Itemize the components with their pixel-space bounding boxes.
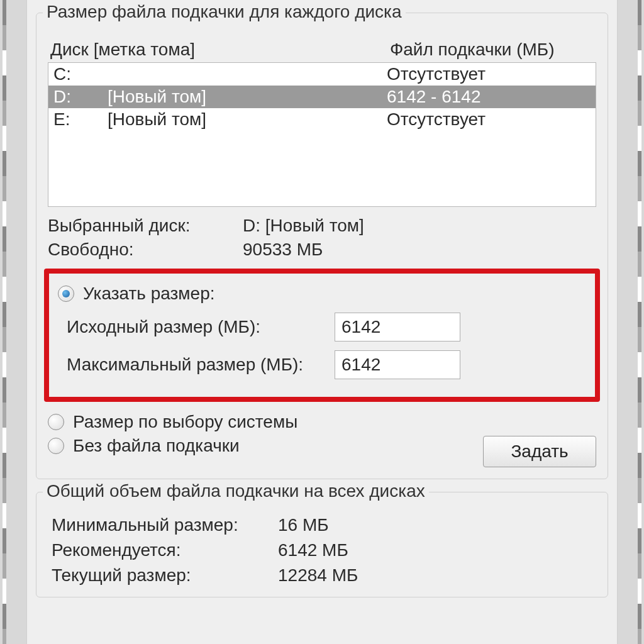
custom-size-highlight: Указать размер: Исходный размер (МБ): Ма…	[44, 269, 600, 402]
radio-icon	[58, 286, 74, 302]
radio-no-pagefile[interactable]: Без файла подкачки	[48, 436, 483, 456]
decorative-edge-left	[3, 0, 6, 644]
initial-size-label: Исходный размер (МБ):	[58, 317, 335, 337]
drive-label: [Новый том]	[108, 87, 387, 107]
max-size-row: Максимальный размер (МБ):	[58, 350, 586, 379]
radio-custom-size[interactable]: Указать размер:	[58, 284, 586, 304]
current-size-row: Текущий размер: 12284 МБ	[52, 565, 596, 586]
min-size-label: Минимальный размер:	[52, 515, 278, 535]
drive-list[interactable]: C: Отсутствует D: [Новый том] 6142 - 614…	[48, 62, 596, 207]
set-button[interactable]: Задать	[483, 436, 596, 467]
totals-group: Общий объем файла подкачки на всех диска…	[36, 492, 608, 597]
drive-list-headers: Диск [метка тома] Файл подкачки (МБ)	[50, 40, 594, 60]
drive-pagefile: Отсутствует	[387, 109, 591, 130]
recommended-size-value: 6142 МБ	[278, 540, 348, 560]
current-size-value: 12284 МБ	[278, 565, 358, 586]
radio-no-pagefile-label: Без файла подкачки	[73, 436, 240, 456]
drive-label: [Новый том]	[108, 109, 387, 130]
drive-letter: E:	[53, 109, 108, 130]
decorative-edge-right	[638, 0, 641, 644]
radio-custom-size-label: Указать размер:	[83, 284, 214, 304]
virtual-memory-panel: Размер файла подкачки для каждого диска …	[26, 0, 618, 644]
drive-pagefile: Отсутствует	[387, 64, 591, 84]
min-size-value: 16 МБ	[278, 515, 329, 535]
header-pagefile: Файл подкачки (МБ)	[390, 40, 594, 60]
radio-icon	[48, 438, 64, 454]
other-options-row: Размер по выбору системы Без файла подка…	[48, 408, 596, 467]
header-drive: Диск [метка тома]	[50, 40, 390, 60]
initial-size-row: Исходный размер (МБ):	[58, 313, 586, 341]
recommended-size-row: Рекомендуется: 6142 МБ	[52, 540, 596, 560]
drive-row[interactable]: C: Отсутствует	[48, 63, 596, 86]
selected-drive-value: D: [Новый том]	[243, 216, 364, 236]
min-size-row: Минимальный размер: 16 МБ	[52, 515, 596, 535]
radio-system-managed-label: Размер по выбору системы	[73, 412, 297, 432]
drive-letter: C:	[53, 64, 108, 84]
drive-row[interactable]: D: [Новый том] 6142 - 6142	[48, 86, 596, 108]
radio-system-managed[interactable]: Размер по выбору системы	[48, 412, 483, 432]
initial-size-input[interactable]	[335, 313, 460, 341]
drive-row[interactable]: E: [Новый том] Отсутствует	[48, 108, 596, 131]
drive-letter: D:	[53, 87, 108, 107]
free-space-label: Свободно:	[48, 240, 243, 260]
radio-icon	[48, 414, 64, 430]
current-size-label: Текущий размер:	[52, 565, 278, 586]
selected-drive-label: Выбранный диск:	[48, 216, 243, 236]
per-drive-group: Размер файла подкачки для каждого диска …	[36, 13, 608, 479]
totals-group-title: Общий объем файла подкачки на всех диска…	[43, 481, 429, 501]
drive-pagefile: 6142 - 6142	[387, 87, 591, 107]
selected-drive-kv: Выбранный диск: D: [Новый том]	[48, 216, 596, 236]
max-size-input[interactable]	[335, 350, 460, 379]
free-space-value: 90533 МБ	[243, 240, 323, 260]
free-space-kv: Свободно: 90533 МБ	[48, 240, 596, 260]
per-drive-group-title: Размер файла подкачки для каждого диска	[43, 2, 406, 22]
recommended-size-label: Рекомендуется:	[52, 540, 278, 560]
max-size-label: Максимальный размер (МБ):	[58, 355, 335, 375]
